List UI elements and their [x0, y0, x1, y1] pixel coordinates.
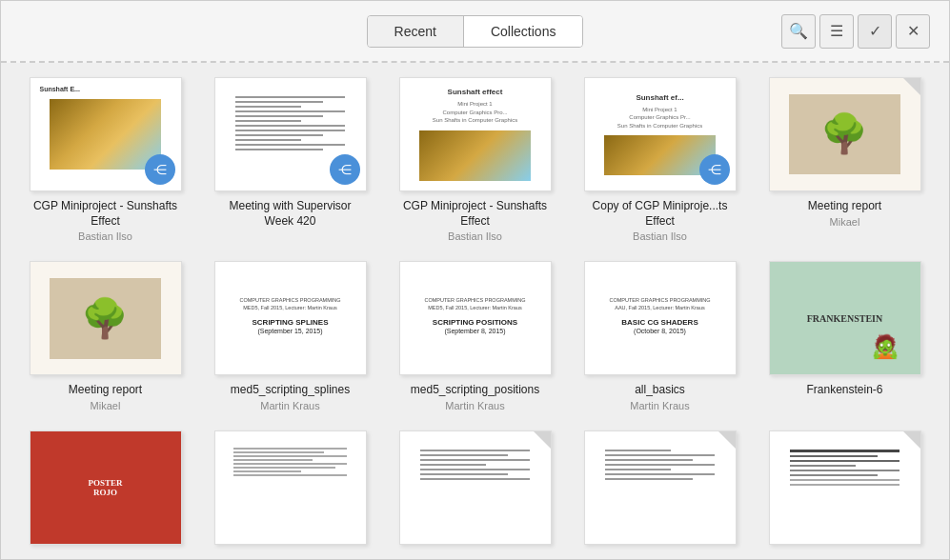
doc-line [235, 115, 323, 117]
doc-line [790, 474, 878, 476]
doc-lines [597, 442, 722, 532]
file-name: CGP Miniproject - Sunshafts Effect [401, 199, 549, 229]
sunshaft-label: Sunshaft E... [36, 84, 84, 94]
doc-line [605, 469, 671, 470]
doc-line [790, 455, 878, 457]
app-window: Recent Collections 🔍 ☰ ✓ ✕ [0, 0, 950, 560]
list-item[interactable] [759, 430, 930, 554]
doc-lines [413, 442, 537, 532]
file-info: med5_scripting_splines Martin Kraus [214, 383, 367, 411]
search-button[interactable]: 🔍 [781, 14, 816, 49]
list-item[interactable] [390, 430, 560, 554]
list-item[interactable]: Sunshaft ef... Mini Project 1Computer Gr… [575, 77, 745, 242]
doc-line [790, 484, 899, 486]
doc-line [235, 110, 345, 112]
hw-line [233, 451, 325, 453]
file-author: Bastian Ilso [78, 230, 132, 242]
thumbnail [214, 430, 367, 545]
doc-line [420, 464, 486, 466]
list-item[interactable] [575, 430, 745, 554]
file-author: Mikael [830, 216, 860, 228]
file-info: CGP Miniproject - Sunshafts Effect Basti… [30, 199, 182, 242]
thumb-inner: POSTERROJO [30, 431, 181, 544]
frank-text-label: FRANKENSTEIN [807, 313, 882, 324]
thumb-inner [400, 431, 551, 544]
hw-line [233, 474, 347, 476]
list-item[interactable]: FRANKENSTEIN 🧟 Frankenstein-6 [759, 261, 930, 411]
list-item[interactable]: 🌳 Meeting report Mikael [20, 261, 191, 411]
thumb-inner [215, 431, 366, 544]
close-icon: ✕ [907, 22, 920, 40]
list-item[interactable]: Sunshaft effect Mini Project 1Computer G… [390, 77, 560, 242]
list-item[interactable]: Sunshaft E... ⋲ CGP Miniproject - Sunsha… [20, 77, 191, 242]
list-item[interactable]: POSTERROJO [20, 430, 191, 554]
corner-fold [903, 431, 920, 449]
thumbnail [584, 430, 737, 545]
thumbnail: COMPUTER GRAPHICS PROGRAMMINGMED5, Fall … [214, 261, 367, 375]
file-name: all_basics [635, 383, 685, 398]
list-item[interactable]: 🌳 Meeting report Mikael [759, 77, 930, 242]
file-author: Martin Kraus [630, 400, 689, 411]
thumb-inner [585, 431, 736, 544]
toolbar: Recent Collections 🔍 ☰ ✓ ✕ [1, 1, 949, 63]
toolbar-right: 🔍 ☰ ✓ ✕ [781, 14, 930, 49]
content-area: Sunshaft E... ⋲ CGP Miniproject - Sunsha… [1, 63, 949, 559]
thumb-inner: 🌳 [30, 262, 181, 374]
file-info: med5_scripting_positions Martin Kraus [399, 383, 552, 411]
check-icon: ✓ [869, 22, 881, 40]
tab-recent[interactable]: Recent [368, 16, 464, 47]
frankenstein-image: FRANKENSTEIN 🧟 [782, 272, 907, 363]
thumbnail: Sunshaft E... ⋲ [30, 77, 182, 191]
share-badge: ⋲ [699, 154, 730, 185]
list-item[interactable]: ⋲ Meeting with Supervisor Week 420 [205, 77, 375, 242]
share-badge: ⋲ [330, 154, 360, 185]
doc-line [235, 130, 345, 131]
file-info: Meeting report Mikael [30, 383, 182, 411]
file-info [584, 552, 737, 554]
doc-line [420, 459, 530, 461]
doc-line [790, 470, 899, 471]
tree-icon: 🌳 [81, 296, 129, 341]
thumbnail [769, 430, 921, 545]
file-info: Meeting report Mikael [769, 199, 921, 228]
doc-line [420, 469, 530, 470]
file-author: Bastian Ilso [633, 230, 687, 242]
share-badge: ⋲ [145, 154, 175, 185]
file-author: Mikael [91, 400, 121, 411]
thumb-inner [770, 431, 920, 544]
list-icon: ☰ [830, 22, 843, 40]
list-item[interactable] [205, 430, 375, 554]
list-item[interactable]: COMPUTER GRAPHICS PROGRAMMINGAAU, Fall 2… [575, 261, 745, 411]
hw-line [233, 463, 347, 465]
hw-line [233, 455, 347, 457]
doc-line [420, 473, 508, 475]
thumbnail: Sunshaft effect Mini Project 1Computer G… [399, 77, 552, 191]
close-button[interactable]: ✕ [896, 14, 930, 49]
share-icon: ⋲ [338, 162, 352, 177]
file-info: Frankenstein-6 [769, 383, 921, 400]
doc-line [790, 460, 899, 462]
thumb-inner: COMPUTER GRAPHICS PROGRAMMINGAAU, Fall 2… [585, 262, 736, 374]
doc-line [605, 454, 715, 456]
tab-collections[interactable]: Collections [464, 16, 582, 47]
file-author: Martin Kraus [260, 400, 319, 411]
doc-lines [782, 442, 907, 532]
doc-line [420, 478, 530, 480]
file-name: Frankenstein-6 [806, 383, 882, 398]
doc-line [605, 459, 693, 461]
thumb-inner: COMPUTER GRAPHICS PROGRAMMINGMED5, Fall … [215, 262, 366, 374]
corner-fold [534, 431, 551, 449]
thumbnail: 🌳 [769, 77, 921, 191]
list-item[interactable]: COMPUTER GRAPHICS PROGRAMMINGMED5, Fall … [390, 261, 560, 411]
tree-image: 🌳 [50, 278, 161, 359]
hw-line [233, 467, 335, 469]
file-grid: Sunshaft E... ⋲ CGP Miniproject - Sunsha… [20, 77, 930, 554]
doc-line [235, 134, 323, 136]
file-info [30, 552, 182, 554]
doc-line [605, 478, 693, 480]
list-view-button[interactable]: ☰ [819, 14, 854, 49]
thumb-inner: FRANKENSTEIN 🧟 [770, 262, 920, 374]
list-item[interactable]: COMPUTER GRAPHICS PROGRAMMINGMED5, Fall … [205, 261, 375, 411]
confirm-button[interactable]: ✓ [858, 14, 892, 49]
file-name: CGP Miniproject - Sunshafts Effect [31, 199, 179, 229]
